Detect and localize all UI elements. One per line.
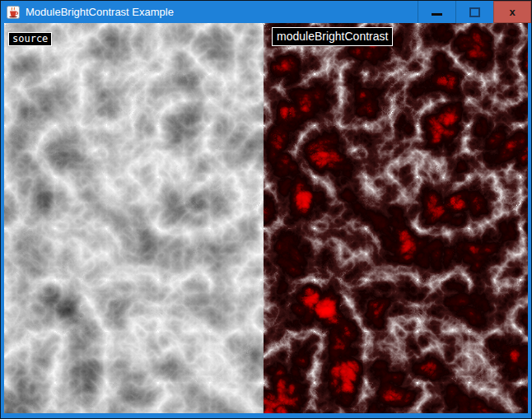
close-button[interactable]: x — [493, 1, 531, 23]
window-title: ModuleBrightContrast Example — [26, 1, 174, 23]
source-image — [4, 23, 264, 413]
source-image-panel: source — [4, 23, 264, 413]
java-coffee-cup-icon — [7, 6, 20, 19]
processed-image-panel: moduleBrightContrast — [264, 23, 528, 413]
content-area: source moduleBrigh — [4, 23, 528, 413]
minimize-icon — [432, 13, 442, 16]
source-image-label: source — [8, 32, 52, 46]
minimize-button[interactable] — [418, 1, 455, 23]
title-bar[interactable]: ModuleBrightContrast Example x — [1, 1, 531, 23]
window-controls: x — [418, 1, 531, 23]
maximize-button[interactable] — [455, 1, 493, 23]
maximize-icon — [469, 7, 480, 17]
close-icon: x — [509, 6, 515, 18]
app-window: ModuleBrightContrast Example x — [0, 0, 532, 419]
processed-image — [264, 23, 528, 413]
processed-image-label: moduleBrightContrast — [272, 27, 393, 46]
